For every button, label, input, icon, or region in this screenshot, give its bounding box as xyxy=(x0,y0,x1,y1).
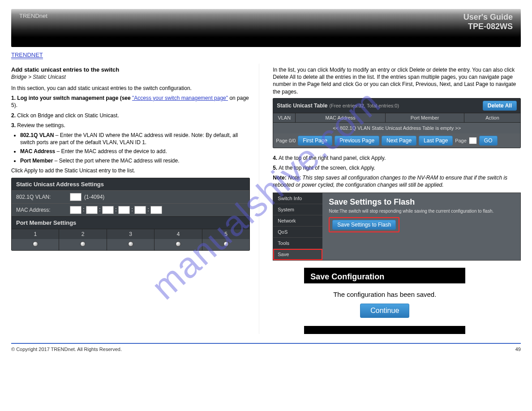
note-5: Note: Note: This step saves all configur… xyxy=(273,174,521,188)
save-confirmation: Save Configuration The configuration has… xyxy=(304,268,465,334)
port-member-title: Port Member Settings xyxy=(12,216,249,229)
right-intro: In the list, you can click Modify to mod… xyxy=(273,66,521,95)
first-page-button[interactable]: First Page xyxy=(298,136,332,146)
list-item: 802.1Q VLAN – Enter the VLAN ID where th… xyxy=(20,132,250,146)
nav-path: Bridge > Static Unicast xyxy=(11,74,250,80)
guide-title: User's Guide xyxy=(463,13,513,22)
mac-input-2[interactable] xyxy=(86,206,98,214)
nav-save[interactable]: Save xyxy=(273,249,322,260)
col-mac: MAC Address xyxy=(296,113,386,122)
mac-input-4[interactable] xyxy=(118,206,130,214)
panel-title: Static Unicast Address Settings xyxy=(12,178,249,190)
brand-link[interactable]: TRENDNET xyxy=(11,51,43,59)
go-button[interactable]: GO xyxy=(479,136,498,146)
port-radio-4[interactable] xyxy=(176,241,181,247)
list-item: Port Member – Select the port where the … xyxy=(20,157,250,164)
mac-input-5[interactable] xyxy=(134,206,146,214)
step1-link[interactable]: "Access your switch management page" xyxy=(132,95,228,101)
port-radio-2[interactable] xyxy=(80,241,86,247)
step-1: 1. Log into your switch management page … xyxy=(11,94,250,109)
sut-title: Static Unicast Table xyxy=(277,103,327,109)
nav-tools[interactable]: Tools xyxy=(273,238,322,249)
vlan-range: (1-4094) xyxy=(84,194,104,200)
nav-network[interactable]: Network xyxy=(273,215,322,227)
port-radio-3[interactable] xyxy=(128,241,133,247)
page-label: Page 0/0 xyxy=(276,138,296,143)
last-page-button[interactable]: Last Page xyxy=(419,136,453,146)
sut-meta: (Free entries:32, Total entries:0) xyxy=(329,103,399,108)
section-title: Add static unicast entries to the switch xyxy=(11,66,250,73)
col-vlan: VLAN xyxy=(273,113,296,122)
nav-qos[interactable]: QoS xyxy=(273,227,322,238)
list-item: MAC Address – Enter the MAC address of t… xyxy=(20,148,250,155)
mac-input-1[interactable] xyxy=(70,206,82,214)
nav-system[interactable]: System xyxy=(273,204,322,215)
next-page-button[interactable]: Next Page xyxy=(382,136,416,146)
step-4: 4. At the top of the right hand panel, c… xyxy=(273,154,521,162)
model-number: TPE-082WS xyxy=(463,22,513,31)
page-word: Page xyxy=(455,138,467,143)
table-empty-msg: << 802.1Q VLAN Static Unicast Address Ta… xyxy=(273,122,520,133)
col-port: Port Member xyxy=(386,113,464,122)
port-radio-5[interactable] xyxy=(223,241,229,247)
page-header: TRENDnet User's Guide TPE-082WS xyxy=(11,9,521,47)
save-title: Save Settings to Flash xyxy=(329,197,514,207)
port-header: 3 xyxy=(107,229,154,239)
vlan-input[interactable] xyxy=(70,193,82,201)
step-5: 5. At the top right of the screen, click… xyxy=(273,164,521,171)
save-conf-msg: The configuration has been saved. xyxy=(309,291,461,298)
save-settings-button[interactable]: Save Settings to Flash xyxy=(332,220,396,230)
prev-page-button[interactable]: Previous Page xyxy=(335,136,379,146)
col-action: Action xyxy=(464,113,520,122)
port-header: 4 xyxy=(154,229,202,239)
step-3: 3. Review the settings. xyxy=(11,122,250,129)
bullet-list: 802.1Q VLAN – Enter the VLAN ID where th… xyxy=(20,132,250,164)
port-radio-1[interactable] xyxy=(33,241,38,247)
step-2: 2. Click on Bridge and click on Static U… xyxy=(11,112,250,119)
port-header: 5 xyxy=(202,229,249,239)
continue-button[interactable]: Continue xyxy=(360,304,409,318)
nav-switch-info[interactable]: Switch Info xyxy=(273,193,322,204)
port-header: 2 xyxy=(59,229,107,239)
page-number: 49 xyxy=(515,347,521,352)
apply-text: Click Apply to add the Static Unicast en… xyxy=(11,167,250,174)
save-note: Note:The switch will stop responding whi… xyxy=(329,209,514,214)
page-input[interactable] xyxy=(469,137,477,144)
mac-input-6[interactable] xyxy=(150,206,162,214)
vlan-label: 802.1Q VLAN: xyxy=(16,194,70,200)
copyright: © Copyright 2017 TRENDnet. All Rights Re… xyxy=(11,347,122,352)
mac-label: MAC Address: xyxy=(16,207,70,213)
mac-input-3[interactable] xyxy=(102,206,114,214)
brand-name: TRENDnet xyxy=(19,13,47,19)
page-footer: © Copyright 2017 TRENDnet. All Rights Re… xyxy=(11,343,521,352)
port-header: 1 xyxy=(12,229,59,239)
delete-all-button[interactable]: Delete All xyxy=(483,101,517,111)
intro-text: In this section, you can add static unic… xyxy=(11,85,250,92)
save-conf-title: Save Configuration xyxy=(304,268,465,283)
